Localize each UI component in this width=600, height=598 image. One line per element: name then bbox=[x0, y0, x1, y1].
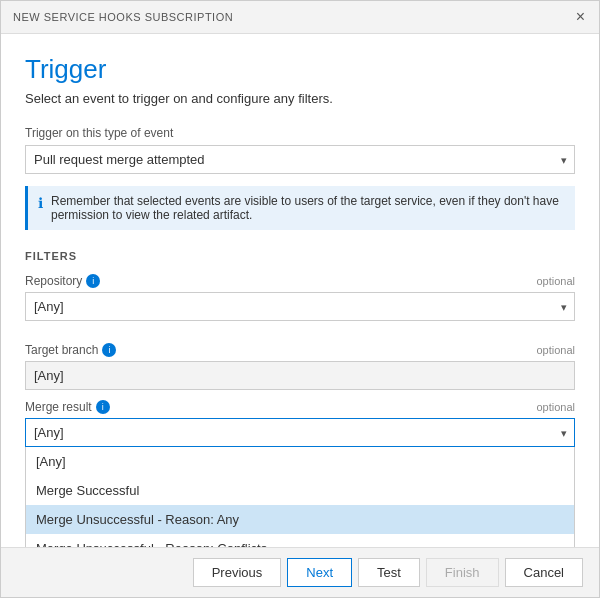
repository-optional-label: optional bbox=[536, 275, 575, 287]
repository-filter-header: Repository i optional bbox=[25, 274, 575, 288]
target-branch-filter-header: Target branch i optional bbox=[25, 343, 575, 357]
repository-filter-row: Repository i optional [Any] ▾ bbox=[25, 274, 575, 333]
dropdown-item-merge-successful[interactable]: Merge Successful bbox=[26, 476, 574, 505]
close-button[interactable]: × bbox=[574, 9, 587, 25]
trigger-select[interactable]: Pull request merge attempted bbox=[25, 145, 575, 174]
dialog-footer: Previous Next Test Finish Cancel bbox=[1, 547, 599, 597]
repository-select[interactable]: [Any] bbox=[25, 292, 575, 321]
repository-filter-label: Repository i bbox=[25, 274, 100, 288]
merge-result-dropdown-wrapper: ▾ [Any] Merge Successful Merge Unsuccess… bbox=[25, 418, 575, 547]
test-button[interactable]: Test bbox=[358, 558, 420, 587]
dialog-body: Trigger Select an event to trigger on an… bbox=[1, 34, 599, 547]
cancel-button[interactable]: Cancel bbox=[505, 558, 583, 587]
merge-result-dropdown-list: [Any] Merge Successful Merge Unsuccessfu… bbox=[25, 447, 575, 547]
trigger-field-label: Trigger on this type of event bbox=[25, 126, 575, 140]
target-branch-input[interactable] bbox=[25, 361, 575, 390]
dialog: NEW SERVICE HOOKS SUBSCRIPTION × Trigger… bbox=[0, 0, 600, 598]
merge-result-filter-header: Merge result i optional bbox=[25, 400, 575, 414]
target-branch-optional-label: optional bbox=[536, 344, 575, 356]
dropdown-item-any[interactable]: [Any] bbox=[26, 447, 574, 476]
merge-result-filter-label: Merge result i bbox=[25, 400, 110, 414]
info-box: ℹ Remember that selected events are visi… bbox=[25, 186, 575, 230]
filters-heading: FILTERS bbox=[25, 250, 575, 262]
target-branch-filter-label: Target branch i bbox=[25, 343, 116, 357]
merge-result-info-icon[interactable]: i bbox=[96, 400, 110, 414]
repository-select-wrapper: [Any] ▾ bbox=[25, 292, 575, 321]
info-message: Remember that selected events are visibl… bbox=[51, 194, 565, 222]
dropdown-item-merge-unsuccessful-any[interactable]: Merge Unsuccessful - Reason: Any bbox=[26, 505, 574, 534]
merge-result-input[interactable] bbox=[25, 418, 575, 447]
target-branch-info-icon[interactable]: i bbox=[102, 343, 116, 357]
page-heading: Trigger bbox=[25, 54, 575, 85]
trigger-select-wrapper: Pull request merge attempted ▾ bbox=[25, 145, 575, 174]
dialog-title: NEW SERVICE HOOKS SUBSCRIPTION bbox=[13, 11, 233, 23]
merge-result-filter-row: Merge result i optional ▾ [Any] Merge Su… bbox=[25, 400, 575, 547]
finish-button[interactable]: Finish bbox=[426, 558, 499, 587]
dropdown-item-merge-unsuccessful-conflicts[interactable]: Merge Unsuccessful - Reason: Conflicts bbox=[26, 534, 574, 547]
page-subtitle: Select an event to trigger on and config… bbox=[25, 91, 575, 106]
repository-info-icon[interactable]: i bbox=[86, 274, 100, 288]
title-bar: NEW SERVICE HOOKS SUBSCRIPTION × bbox=[1, 1, 599, 34]
merge-result-optional-label: optional bbox=[536, 401, 575, 413]
info-icon: ℹ bbox=[38, 195, 43, 222]
target-branch-filter-row: Target branch i optional bbox=[25, 343, 575, 390]
previous-button[interactable]: Previous bbox=[193, 558, 282, 587]
next-button[interactable]: Next bbox=[287, 558, 352, 587]
